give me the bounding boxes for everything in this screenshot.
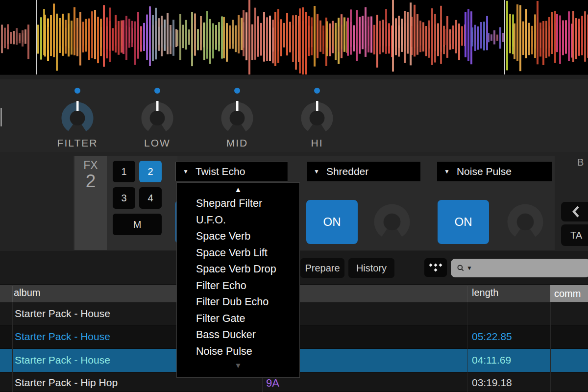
- column-header-comment[interactable]: comm: [550, 285, 588, 302]
- eq-section: FILTER LOW MID: [0, 79, 588, 152]
- column-header-length[interactable]: length: [472, 287, 499, 298]
- effect-dropdown-menu: ▲ Shepard Filter U.F.O. Space Verb Space…: [176, 182, 300, 378]
- hi-knob[interactable]: HI: [288, 79, 346, 152]
- dropdown-item[interactable]: Filter Echo: [177, 278, 299, 294]
- fx2-on-button[interactable]: ON: [306, 200, 358, 244]
- caret-down-icon: ▼: [314, 168, 319, 175]
- mid-knob[interactable]: MID: [208, 79, 267, 152]
- track-waveform[interactable]: [0, 0, 588, 74]
- column-separator: [467, 302, 467, 392]
- dropdown-item[interactable]: Noise Pulse: [177, 343, 299, 360]
- knob-indicator-dot: [74, 88, 80, 94]
- beats-decrease-button[interactable]: [561, 202, 588, 221]
- dropdown-item[interactable]: Space Verb: [177, 228, 299, 245]
- fx1-effect-value: Twist Echo: [196, 166, 245, 177]
- waveform-bottom-strip: [0, 74, 588, 79]
- prepare-button[interactable]: Prepare: [300, 258, 344, 278]
- fx3-on-button[interactable]: ON: [438, 200, 489, 244]
- knob-label: HI: [288, 137, 346, 149]
- length-cell: 04:11.69: [472, 354, 511, 366]
- dropdown-item[interactable]: Space Verb Lift: [177, 245, 299, 262]
- fx-unit-panel: FX 2 1 2 3 4 M ON ▼ Twist Echo ▼ Shredde…: [74, 156, 555, 250]
- dropdown-item[interactable]: Bass Ducker: [177, 327, 299, 343]
- fx-slot-m-button[interactable]: M: [113, 214, 162, 235]
- fx1-effect-select[interactable]: ▼ Twist Echo: [175, 162, 288, 181]
- fx-unit-id: FX 2: [74, 156, 107, 250]
- column-separator: [12, 302, 13, 392]
- search-caret-icon[interactable]: ▼: [466, 265, 472, 271]
- dropdown-item[interactable]: U.F.O.: [177, 212, 299, 229]
- fx2-effect-value: Shredder: [326, 166, 368, 177]
- knob-label: FILTER: [48, 137, 107, 149]
- search-box[interactable]: ▼: [451, 259, 588, 277]
- knob-icon: [298, 99, 336, 137]
- fx-slot-3-button[interactable]: 3: [113, 187, 135, 209]
- on-label: ON: [323, 215, 341, 229]
- caret-down-icon: ▼: [183, 168, 189, 175]
- album-cell: Starter Pack - House: [15, 354, 110, 366]
- history-label: History: [356, 263, 387, 274]
- tap-tempo-button[interactable]: TA: [561, 224, 588, 246]
- album-cell: Starter Pack - House: [15, 331, 110, 343]
- magnifier-icon: [457, 263, 465, 273]
- filter-knob[interactable]: FILTER: [48, 79, 107, 152]
- fx3-depth-knob[interactable]: [506, 202, 545, 242]
- scroll-up-icon[interactable]: ▲: [177, 183, 299, 196]
- prepare-label: Prepare: [305, 263, 340, 274]
- knob-indicator-dot: [154, 88, 160, 94]
- search-input[interactable]: [476, 263, 588, 273]
- knob-label: LOW: [128, 137, 187, 149]
- tidal-logo-icon: [428, 263, 443, 272]
- fx3-effect-select[interactable]: ▼ Noise Pulse: [437, 162, 552, 181]
- fx-label: FX: [74, 159, 107, 172]
- serato-dj-screen: FILTER LOW MID: [0, 0, 588, 392]
- dropdown-item[interactable]: Space Verb Drop: [177, 261, 299, 278]
- fx2-effect-select[interactable]: ▼ Shredder: [307, 162, 420, 181]
- low-knob[interactable]: LOW: [128, 79, 187, 152]
- fx-slot-4-button[interactable]: 4: [139, 187, 162, 209]
- key-cell: 9A: [266, 377, 279, 390]
- column-separator: [12, 286, 13, 303]
- dropdown-item[interactable]: Filter Gate: [177, 311, 299, 327]
- on-label: ON: [455, 215, 472, 229]
- knob-icon: [219, 99, 256, 137]
- fx-slot-2-button[interactable]: 2: [139, 161, 162, 182]
- knob-indicator-dot: [314, 88, 320, 94]
- dropdown-item[interactable]: Filter Dub Echo: [177, 294, 299, 311]
- history-button[interactable]: History: [348, 258, 394, 278]
- knob-icon: [139, 99, 176, 137]
- dropdown-item[interactable]: Shepard Filter: [177, 196, 299, 212]
- fx-unit-number: 2: [74, 172, 107, 191]
- album-cell: Starter Pack - Hip Hop: [15, 377, 118, 389]
- beats-label-partial: B: [577, 157, 584, 168]
- column-separator: [550, 302, 551, 392]
- caret-down-icon: ▼: [444, 168, 450, 175]
- tempo-slider-tick[interactable]: [0, 108, 2, 126]
- scroll-down-icon[interactable]: ▼: [177, 360, 299, 372]
- tap-label-partial: TA: [570, 230, 582, 241]
- chevron-left-icon: [571, 205, 581, 219]
- fx3-effect-value: Noise Pulse: [457, 166, 512, 177]
- knob-indicator-dot: [234, 88, 240, 94]
- knob-icon: [59, 99, 96, 137]
- length-cell: 03:19.18: [472, 377, 512, 389]
- fx-slot-1-button[interactable]: 1: [113, 161, 135, 182]
- column-separator: [467, 286, 467, 303]
- column-header-album[interactable]: album: [14, 287, 40, 298]
- knob-label: MID: [208, 137, 267, 149]
- tidal-source-button[interactable]: [424, 258, 447, 277]
- comment-label: comm: [554, 288, 581, 299]
- length-cell: 05:22.85: [472, 331, 512, 343]
- album-cell: Starter Pack - House: [15, 308, 110, 319]
- fx2-depth-knob[interactable]: [372, 202, 412, 242]
